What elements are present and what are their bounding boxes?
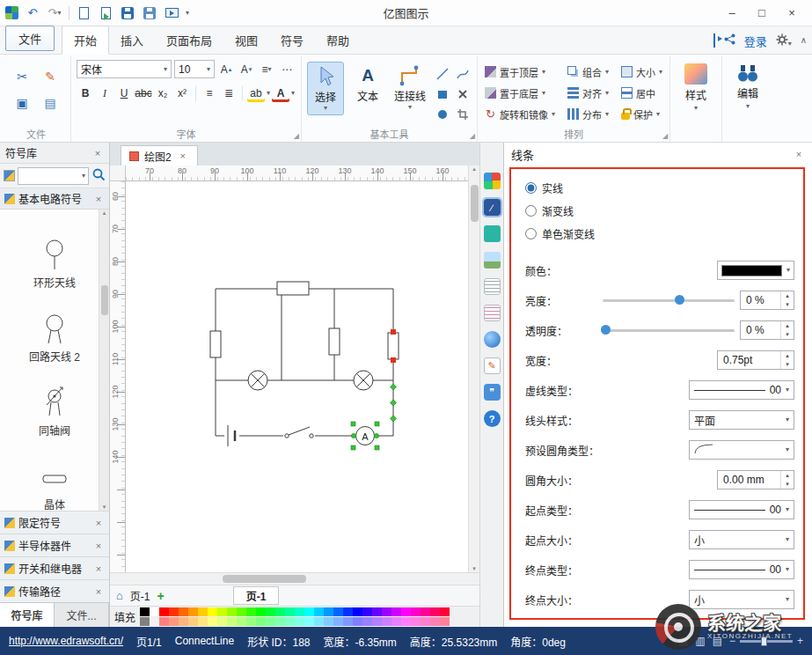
rectangle-shape-button[interactable] xyxy=(434,85,451,103)
close-library-section-icon[interactable]: × xyxy=(92,194,105,204)
rotate-mirror-button[interactable]: ↻旋转和镜像▾ xyxy=(485,106,555,122)
fill-color-swatch[interactable] xyxy=(314,607,324,616)
underline-button[interactable]: U xyxy=(115,85,133,102)
connector-tool-button[interactable]: 连接线▾ xyxy=(391,62,428,114)
picture-panel-icon[interactable] xyxy=(484,252,501,269)
fill-color-swatch[interactable] xyxy=(266,607,275,616)
close-section-icon[interactable]: × xyxy=(92,518,105,528)
ellipse-shape-button[interactable] xyxy=(434,106,451,123)
fill-color-swatch[interactable] xyxy=(401,617,411,626)
fill-color-swatch[interactable] xyxy=(246,607,256,616)
fill-color-swatch[interactable] xyxy=(285,607,295,616)
fit-width-icon[interactable]: ▥ xyxy=(695,635,705,647)
page-tab[interactable]: 页-1 xyxy=(233,586,280,605)
fill-color-swatch[interactable] xyxy=(198,617,208,626)
canvas-hscroll-thumb[interactable] xyxy=(223,575,306,583)
arrange-dialog-launcher-icon[interactable]: ◢ xyxy=(662,132,668,140)
line-panel-icon[interactable]: ∕ xyxy=(484,199,501,216)
mono-gradient-line-radio[interactable] xyxy=(525,228,537,239)
fill-color-swatch[interactable] xyxy=(333,617,343,626)
fill-color-swatch[interactable] xyxy=(198,607,208,616)
fill-color-swatch[interactable] xyxy=(208,617,217,626)
start-size-select[interactable]: 小▾ xyxy=(689,530,794,549)
fill-color-swatch[interactable] xyxy=(324,617,333,626)
fill-color-swatch[interactable] xyxy=(382,607,391,616)
save-as-icon[interactable] xyxy=(142,5,157,21)
copy-icon[interactable]: ▣ xyxy=(12,93,32,113)
font-name-select[interactable]: 宋体▾ xyxy=(77,60,172,78)
fill-color-swatch[interactable] xyxy=(372,607,382,616)
tab-page-layout[interactable]: 页面布局 xyxy=(155,26,223,54)
fit-page-icon[interactable]: ▦ xyxy=(678,635,688,647)
fill-color-swatch[interactable] xyxy=(150,617,159,626)
fill-color-swatch[interactable] xyxy=(295,607,304,616)
curve-shape-button[interactable] xyxy=(454,65,472,83)
gradient-line-radio[interactable] xyxy=(525,205,537,217)
brightness-value[interactable]: 0 %▴▾ xyxy=(740,291,794,310)
zoom-slider-thumb[interactable] xyxy=(761,637,767,646)
symbol-item[interactable]: 环形天线 xyxy=(0,215,109,289)
undo-icon[interactable]: ↶ xyxy=(25,5,40,21)
library-section-qualifying[interactable]: 限定符号× xyxy=(0,511,109,534)
maximize-button[interactable]: □ xyxy=(747,1,777,26)
fill-color-swatch[interactable] xyxy=(304,607,314,616)
close-library-panel-icon[interactable]: × xyxy=(91,148,104,158)
close-document-icon[interactable]: × xyxy=(177,151,189,161)
tab-help[interactable]: 帮助 xyxy=(315,26,361,54)
brightness-slider[interactable] xyxy=(603,291,735,310)
fill-color-swatch[interactable] xyxy=(275,617,285,626)
fill-color-swatch[interactable] xyxy=(343,607,353,616)
canvas-horizontal-scrollbar[interactable] xyxy=(110,572,479,585)
line-color-select[interactable]: ▾ xyxy=(717,261,794,280)
presentation-monitor-icon[interactable] xyxy=(164,5,179,21)
fill-color-swatch[interactable] xyxy=(246,617,256,626)
fill-color-swatch[interactable] xyxy=(333,607,343,616)
fill-color-swatch[interactable] xyxy=(150,607,159,616)
fill-color-swatch[interactable] xyxy=(391,617,401,626)
italic-button[interactable]: I xyxy=(96,85,113,102)
brightness-slider-thumb[interactable] xyxy=(675,295,684,305)
fill-color-swatch[interactable] xyxy=(372,617,382,626)
line-width-input[interactable]: 0.75pt▴▾ xyxy=(717,350,794,370)
fill-color-swatch[interactable] xyxy=(295,617,304,626)
add-page-button[interactable]: + xyxy=(157,589,165,603)
font-size-select[interactable]: 10▾ xyxy=(174,60,215,78)
fill-color-swatch[interactable] xyxy=(266,617,275,626)
group-button[interactable]: 组合▾ xyxy=(567,63,609,80)
annotate-pencil-icon[interactable]: ✎ xyxy=(484,357,501,374)
clipart-panel-icon[interactable] xyxy=(484,278,501,295)
zoom-slider[interactable] xyxy=(740,640,793,643)
distribute-button[interactable]: 分布▾ xyxy=(567,106,609,122)
text-tool-button[interactable]: A 文本 xyxy=(349,62,386,106)
redo-icon[interactable]: ↷▾ xyxy=(47,5,62,21)
document-icon[interactable] xyxy=(76,5,91,21)
fill-color-swatch[interactable] xyxy=(256,607,266,616)
send-to-back-button[interactable]: 置于底层▾ xyxy=(485,85,555,101)
library-scrollbar[interactable]: ▴▾ xyxy=(99,210,109,511)
page-nav-label[interactable]: 页-1 xyxy=(130,588,150,603)
line-type-mono-gradient[interactable]: 单色渐变线 xyxy=(516,222,798,245)
symbol-item[interactable]: 回路天线 2 xyxy=(0,289,109,363)
dash-type-select[interactable]: 00▾ xyxy=(689,380,794,400)
fill-color-swatch[interactable] xyxy=(159,617,169,626)
transparency-value[interactable]: 0 %▴▾ xyxy=(740,320,794,340)
format-painter-icon[interactable]: ✎ xyxy=(40,67,60,86)
fill-color-swatch[interactable] xyxy=(391,607,401,616)
document-export-icon[interactable] xyxy=(98,5,113,21)
fill-panel-icon[interactable] xyxy=(484,225,501,242)
size-button[interactable]: 大小▾ xyxy=(621,63,662,80)
fill-color-swatch[interactable] xyxy=(362,617,372,626)
select-tool-button[interactable]: 选择▾ xyxy=(307,62,344,115)
comment-panel-icon[interactable]: ❞ xyxy=(484,384,501,401)
settings-gear-icon[interactable]: ▾ xyxy=(776,33,792,48)
subscript-button[interactable]: x₂ xyxy=(154,85,172,102)
bring-to-front-button[interactable]: 置于顶层▾ xyxy=(485,63,555,80)
end-size-select[interactable]: 小▾ xyxy=(689,590,794,609)
protect-button[interactable]: 保护▾ xyxy=(621,106,662,122)
bold-button[interactable]: B xyxy=(77,85,94,102)
more-font-options-button[interactable]: ⋯ xyxy=(278,61,296,78)
fill-color-swatch[interactable] xyxy=(430,617,440,626)
bullet-list-button[interactable]: ≣ xyxy=(220,85,238,102)
shrink-font-button[interactable]: A▾ xyxy=(238,61,255,78)
fill-color-swatch[interactable] xyxy=(362,607,372,616)
